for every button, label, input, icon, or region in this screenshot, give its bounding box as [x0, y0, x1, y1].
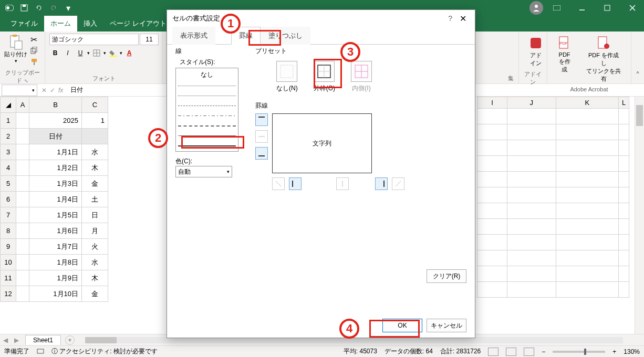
- tab-file[interactable]: ファイル: [4, 16, 44, 32]
- cell[interactable]: 日: [82, 207, 108, 223]
- cell[interactable]: 1月6日: [29, 223, 82, 239]
- cell[interactable]: 1月1日: [29, 144, 82, 160]
- chevron-down-icon[interactable]: ▾: [120, 50, 122, 56]
- clear-button[interactable]: クリア(R): [427, 269, 466, 283]
- minimize-icon[interactable]: [570, 0, 594, 16]
- autosave-toggle[interactable]: [4, 3, 15, 13]
- dialog-launcher-icon[interactable]: ⤡: [24, 78, 28, 83]
- row-header[interactable]: 10: [1, 255, 16, 270]
- tab-home[interactable]: ホーム: [44, 16, 77, 32]
- cell[interactable]: 1: [82, 113, 108, 129]
- grid[interactable]: ◢ A B C 120251 2日付 31月1日水 41月2日木 51月3日金 …: [0, 97, 163, 336]
- sheet-nav-next-icon[interactable]: ▶: [11, 337, 22, 344]
- cell[interactable]: 月: [82, 223, 108, 239]
- bold-button[interactable]: B: [49, 47, 61, 59]
- cell[interactable]: [82, 129, 108, 144]
- color-dropdown[interactable]: 自動▾: [175, 166, 232, 177]
- zoom-level[interactable]: 130%: [624, 348, 640, 355]
- cell[interactable]: 土: [82, 192, 108, 207]
- tab-page-layout[interactable]: ページ レイアウト: [103, 16, 173, 32]
- paste-button[interactable]: 貼り付け ▾: [4, 34, 27, 64]
- enter-formula-icon[interactable]: ✓: [50, 87, 55, 94]
- dialog-close-icon[interactable]: ✕: [456, 14, 470, 24]
- cell[interactable]: 水: [82, 144, 108, 160]
- cell[interactable]: 1月3日: [29, 176, 82, 192]
- record-macro-icon[interactable]: [37, 347, 44, 356]
- row-header[interactable]: 2: [1, 129, 16, 144]
- cell[interactable]: 1月8日: [29, 255, 82, 270]
- cell[interactable]: 2025: [29, 113, 82, 129]
- add-sheet-icon[interactable]: +: [65, 335, 75, 345]
- zoom-slider[interactable]: [553, 351, 605, 353]
- style-none-option[interactable]: なし: [178, 70, 236, 79]
- underline-button[interactable]: U: [75, 47, 86, 59]
- zoom-out-icon[interactable]: −: [542, 348, 545, 355]
- cancel-formula-icon[interactable]: ✕: [41, 87, 47, 94]
- format-painter-icon[interactable]: [30, 58, 38, 68]
- close-icon[interactable]: [621, 0, 644, 16]
- copy-icon[interactable]: [30, 47, 38, 56]
- row-header[interactable]: 12: [1, 286, 16, 302]
- user-avatar[interactable]: [529, 1, 543, 15]
- zoom-in-icon[interactable]: +: [612, 348, 616, 355]
- cut-icon[interactable]: ✂: [30, 35, 38, 45]
- cell[interactable]: 1月5日: [29, 207, 82, 223]
- cell[interactable]: 日付: [29, 129, 82, 144]
- row-header[interactable]: 8: [1, 223, 16, 239]
- col-header-i[interactable]: I: [477, 97, 507, 109]
- row-header[interactable]: 9: [1, 239, 16, 255]
- cancel-button[interactable]: キャンセル: [427, 319, 466, 332]
- preset-none-button[interactable]: なし(N): [276, 61, 298, 93]
- select-all-corner[interactable]: ◢: [1, 97, 16, 113]
- sheet-tab[interactable]: Sheet1: [25, 335, 61, 345]
- qat-dropdown-icon[interactable]: ▾: [63, 3, 74, 13]
- border-diag-down-button[interactable]: [272, 177, 285, 190]
- row-header[interactable]: 7: [1, 207, 16, 223]
- row-header[interactable]: 1: [1, 113, 16, 129]
- font-color-icon[interactable]: A: [123, 47, 135, 59]
- row-header[interactable]: 4: [1, 160, 16, 176]
- view-pagebreak-icon[interactable]: [524, 348, 534, 356]
- row-header[interactable]: 11: [1, 270, 16, 286]
- border-top-button[interactable]: [255, 113, 268, 126]
- col-header-a[interactable]: A: [16, 97, 29, 113]
- cell[interactable]: 木: [82, 270, 108, 286]
- border-mid-v-button[interactable]: [336, 177, 349, 190]
- vertical-scrollbar[interactable]: [635, 97, 644, 336]
- cell[interactable]: 1月2日: [29, 160, 82, 176]
- pdf-share-button[interactable]: PDF を作成し てリンクを共有: [580, 34, 627, 85]
- undo-icon[interactable]: [34, 3, 44, 13]
- border-left-button[interactable]: [289, 177, 302, 190]
- cell[interactable]: 1月9日: [29, 270, 82, 286]
- addin-button[interactable]: アド イン: [523, 34, 548, 69]
- row-header[interactable]: 3: [1, 144, 16, 160]
- col-header-l[interactable]: L: [619, 97, 629, 109]
- cell[interactable]: 1月7日: [29, 239, 82, 255]
- border-diag-up-button[interactable]: [392, 177, 404, 190]
- view-pagelayout-icon[interactable]: [506, 348, 516, 356]
- dialog-help-icon[interactable]: ?: [444, 14, 456, 23]
- view-normal-icon[interactable]: [488, 348, 498, 356]
- col-header-b[interactable]: B: [29, 97, 82, 113]
- preset-inside-button[interactable]: 内側(I): [351, 61, 372, 93]
- tab-number-format[interactable]: 表示形式: [172, 27, 215, 45]
- collapse-ribbon-icon[interactable]: ˄: [631, 32, 644, 83]
- fill-color-icon[interactable]: [107, 47, 119, 59]
- maximize-icon[interactable]: [596, 0, 619, 16]
- ribbon-display-icon[interactable]: [545, 0, 568, 16]
- cell[interactable]: 金: [82, 176, 108, 192]
- chevron-down-icon[interactable]: ▾: [103, 50, 106, 56]
- col-header-k[interactable]: K: [556, 97, 618, 109]
- pdf-create-button[interactable]: PDF PDF を作成: [552, 34, 577, 76]
- chevron-down-icon[interactable]: ▾: [15, 58, 17, 64]
- grid-right[interactable]: I J K L: [477, 97, 629, 336]
- font-size-select[interactable]: [140, 34, 159, 45]
- save-icon[interactable]: [19, 3, 29, 13]
- cell[interactable]: 1月10日: [29, 286, 82, 302]
- name-box[interactable]: ▾: [2, 85, 37, 96]
- redo-icon[interactable]: [48, 3, 59, 13]
- col-header-c[interactable]: C: [82, 97, 108, 113]
- borders-icon[interactable]: [91, 47, 102, 59]
- border-bottom-button[interactable]: [255, 147, 268, 160]
- row-header[interactable]: 5: [1, 176, 16, 192]
